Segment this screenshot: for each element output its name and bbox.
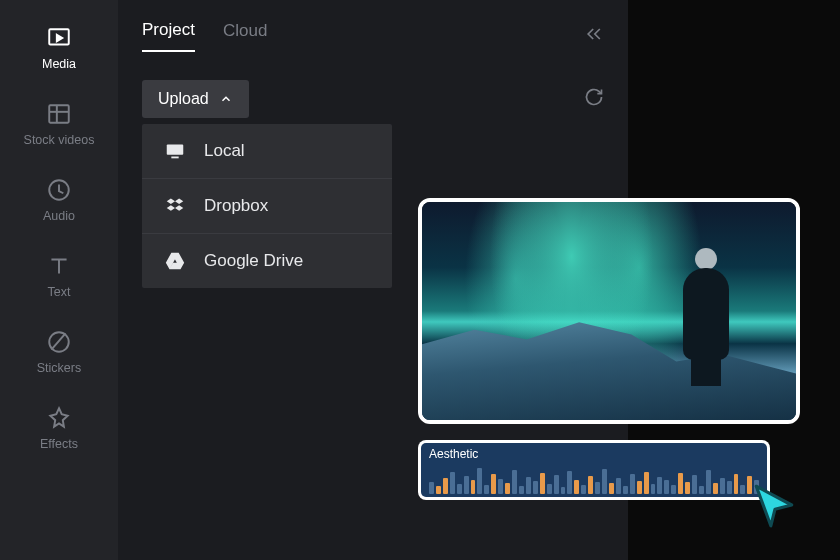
media-icon: [46, 25, 72, 51]
sidebar-item-stock-videos[interactable]: Stock videos: [24, 101, 95, 147]
dropbox-icon: [164, 195, 186, 217]
upload-option-label: Google Drive: [204, 251, 303, 271]
google-drive-icon: [164, 250, 186, 272]
text-icon: [46, 253, 72, 279]
video-thumbnail[interactable]: [418, 198, 800, 424]
svg-line-6: [51, 333, 65, 349]
sidebar-item-effects[interactable]: Effects: [40, 405, 78, 451]
svg-rect-7: [167, 145, 184, 155]
upload-option-google-drive[interactable]: Google Drive: [142, 234, 392, 288]
monitor-icon: [164, 140, 186, 162]
sidebar-item-text[interactable]: Text: [46, 253, 72, 299]
svg-rect-8: [171, 157, 178, 159]
upload-option-label: Local: [204, 141, 245, 161]
sidebar-item-label: Audio: [43, 209, 75, 223]
sidebar-item-audio[interactable]: Audio: [43, 177, 75, 223]
sidebar-item-media[interactable]: Media: [42, 25, 76, 71]
sidebar-item-label: Stickers: [37, 361, 81, 375]
thumbnail-image: [422, 202, 796, 420]
upload-button-label: Upload: [158, 90, 209, 108]
sidebar-item-label: Text: [48, 285, 71, 299]
tab-project[interactable]: Project: [142, 20, 195, 52]
audio-waveform: [429, 464, 759, 494]
sidebar-item-label: Stock videos: [24, 133, 95, 147]
refresh-button[interactable]: [584, 87, 604, 111]
stickers-icon: [46, 329, 72, 355]
sidebar-item-label: Media: [42, 57, 76, 71]
effects-icon: [46, 405, 72, 431]
sidebar-item-stickers[interactable]: Stickers: [37, 329, 81, 375]
chevron-up-icon: [219, 92, 233, 106]
svg-rect-1: [49, 105, 69, 122]
stock-videos-icon: [46, 101, 72, 127]
tab-cloud[interactable]: Cloud: [223, 21, 267, 51]
upload-button[interactable]: Upload: [142, 80, 249, 118]
collapse-panel-button[interactable]: [584, 24, 604, 48]
upload-option-local[interactable]: Local: [142, 124, 392, 179]
upload-option-dropbox[interactable]: Dropbox: [142, 179, 392, 234]
sidebar: Media Stock videos Audio Text Stickers E…: [0, 0, 118, 560]
audio-clip-title: Aesthetic: [429, 447, 759, 461]
refresh-icon: [584, 87, 604, 107]
upload-option-label: Dropbox: [204, 196, 268, 216]
chevron-double-left-icon: [584, 24, 604, 44]
panel-tabs: Project Cloud: [142, 20, 604, 52]
sidebar-item-label: Effects: [40, 437, 78, 451]
cursor-pointer: [750, 480, 800, 530]
upload-dropdown: Local Dropbox Google Drive: [142, 124, 392, 288]
audio-icon: [46, 177, 72, 203]
audio-clip[interactable]: Aesthetic: [418, 440, 770, 500]
